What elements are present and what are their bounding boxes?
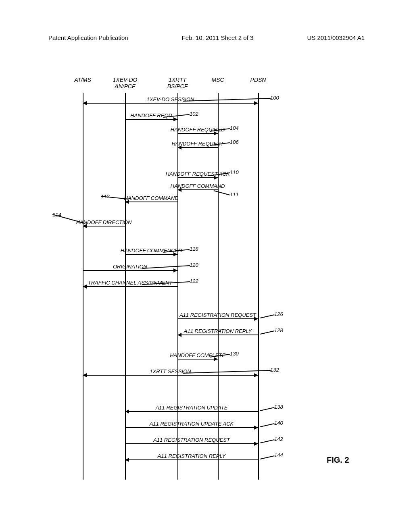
message-line bbox=[125, 119, 177, 120]
arrowhead-icon bbox=[177, 333, 181, 337]
message-line bbox=[125, 411, 258, 412]
reference-number: 104 bbox=[230, 125, 239, 131]
arrowhead-icon bbox=[173, 268, 177, 272]
lifeline-label-atms: AT/MS bbox=[74, 77, 91, 83]
reference-leader-line bbox=[260, 439, 274, 443]
message-label: A11 REGISTRATION REPLY bbox=[158, 453, 225, 459]
message-line bbox=[177, 177, 218, 178]
message-line bbox=[83, 375, 258, 376]
reference-leader-line bbox=[142, 265, 190, 268]
arrowhead-icon bbox=[83, 101, 87, 105]
lifeline-label-pdsn: PDSN bbox=[250, 77, 266, 83]
message-line bbox=[125, 254, 177, 255]
reference-number: 100 bbox=[270, 95, 279, 101]
reference-leader-line bbox=[260, 455, 274, 459]
message-label: 1XEV-DO SESSION bbox=[147, 96, 194, 102]
reference-number: 110 bbox=[230, 169, 239, 175]
message-label: A11 REGISTRATION REQUEST bbox=[179, 312, 256, 318]
reference-number: 144 bbox=[274, 452, 283, 458]
message-line bbox=[83, 286, 177, 287]
reference-number: 140 bbox=[274, 420, 283, 426]
reference-leader-line bbox=[214, 190, 230, 195]
message-line bbox=[177, 335, 258, 335]
lifeline-pdsn bbox=[258, 93, 259, 480]
message-line bbox=[125, 202, 177, 202]
header-middle: Feb. 10, 2011 Sheet 2 of 3 bbox=[182, 34, 254, 41]
arrowhead-icon bbox=[254, 373, 258, 377]
message-label: A11 REGISTRATION UPDATE ACK bbox=[150, 421, 234, 427]
arrowhead-icon bbox=[173, 117, 177, 121]
lifeline-label-msc: MSC bbox=[211, 77, 224, 83]
lifeline-label-bspcf: 1XRTT BS/PCF bbox=[167, 77, 188, 89]
reference-leader-line bbox=[260, 407, 274, 411]
reference-leader-line bbox=[260, 423, 274, 427]
arrowhead-icon bbox=[83, 285, 87, 289]
reference-number: 126 bbox=[274, 311, 283, 317]
message-label: A11 REGISTRATION REQUEST bbox=[153, 437, 230, 443]
message-line bbox=[83, 226, 125, 227]
reference-number: 132 bbox=[270, 367, 279, 373]
message-line bbox=[125, 427, 258, 428]
reference-number: 138 bbox=[274, 404, 283, 410]
figure-label: FIG. 2 bbox=[327, 455, 349, 465]
message-label: 1XRTT SESSION bbox=[150, 368, 191, 374]
message-line bbox=[125, 443, 258, 444]
reference-leader-line bbox=[260, 330, 274, 334]
message-label: ORIGINATION bbox=[113, 264, 147, 270]
message-label: HANDOFF COMMAND bbox=[171, 183, 225, 189]
reference-number: 142 bbox=[274, 436, 283, 442]
message-line bbox=[177, 147, 218, 148]
message-line bbox=[177, 359, 218, 360]
reference-number: 111 bbox=[230, 191, 239, 197]
lifeline-label-anpcf: 1XEV-DO AN/PCF bbox=[113, 77, 138, 89]
arrowhead-icon bbox=[83, 373, 87, 377]
message-line bbox=[177, 318, 258, 319]
sequence-diagram: AT/MS1XEV-DO AN/PCF1XRTT BS/PCFMSCPDSN1X… bbox=[56, 77, 339, 480]
reference-number: 130 bbox=[230, 351, 239, 357]
reference-number: 102 bbox=[190, 111, 198, 117]
reference-number: 106 bbox=[230, 139, 239, 145]
arrowhead-icon bbox=[125, 458, 129, 462]
arrowhead-icon bbox=[254, 426, 258, 430]
message-line bbox=[177, 133, 218, 134]
reference-number: 118 bbox=[190, 246, 198, 252]
header-left: Patent Application Publication bbox=[48, 34, 128, 41]
arrowhead-icon bbox=[125, 409, 129, 414]
arrowhead-icon bbox=[254, 101, 258, 105]
message-label: HANDOFF COMMAND bbox=[124, 195, 179, 201]
arrowhead-icon bbox=[254, 442, 258, 446]
message-label: A11 REGISTRATION REPLY bbox=[184, 328, 252, 334]
message-line bbox=[83, 270, 177, 271]
message-label: HANDOFF REQUEST bbox=[171, 141, 223, 147]
reference-leader-line bbox=[260, 314, 274, 318]
reference-number: 128 bbox=[274, 327, 283, 333]
message-line bbox=[177, 189, 218, 190]
message-label: HANDOFF REQD bbox=[130, 112, 172, 118]
reference-number: 120 bbox=[190, 262, 198, 268]
reference-number: 122 bbox=[190, 278, 198, 284]
message-label: A11 REGISTRATION UPDATE bbox=[156, 405, 228, 411]
message-line bbox=[83, 103, 258, 104]
page-header: Patent Application Publication Feb. 10, … bbox=[0, 34, 413, 41]
message-label: HANDOFF DIRECTION bbox=[76, 219, 132, 225]
header-right: US 2011/0032904 A1 bbox=[307, 34, 365, 41]
message-line bbox=[125, 459, 258, 460]
